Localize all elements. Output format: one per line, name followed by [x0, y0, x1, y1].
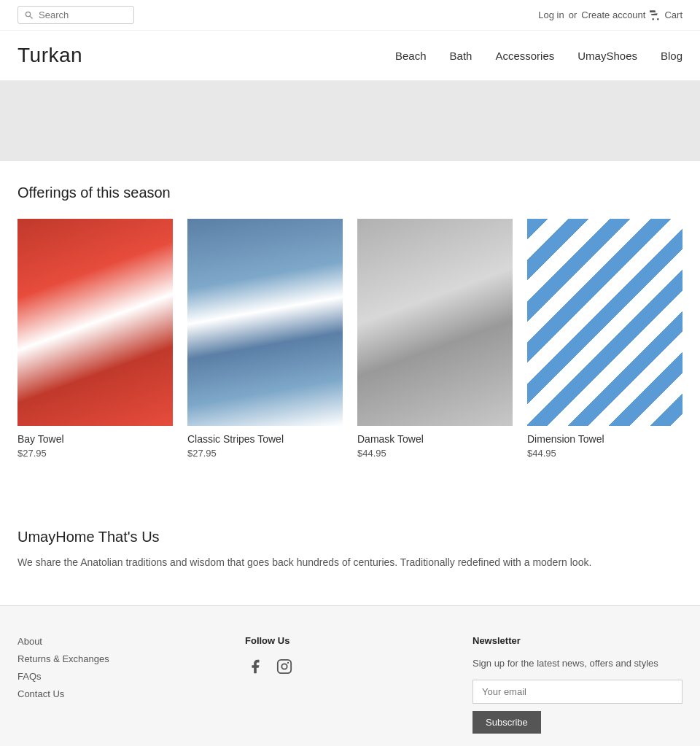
product-price-bay-towel: $27.95 [18, 448, 173, 459]
search-input[interactable] [39, 9, 128, 20]
footer-col-links: About Returns & Exchanges FAQs Contact U… [18, 635, 228, 734]
footer-link-faqs[interactable]: FAQs [18, 671, 42, 682]
product-image-classic-stripes [187, 219, 343, 426]
social-icons [245, 656, 455, 677]
site-nav: Beach Bath Accessories UmayShoes Blog [395, 50, 682, 62]
facebook-icon [247, 658, 263, 675]
nav-accessories[interactable]: Accessories [495, 50, 554, 62]
product-card-classic-stripes[interactable]: Classic Stripes Towel $27.95 [187, 219, 343, 459]
facebook-link[interactable] [245, 656, 265, 677]
nav-umayshoes[interactable]: UmayShoes [578, 50, 637, 62]
top-bar-right: Log in or Create account Cart [538, 9, 682, 21]
product-name-dimension: Dimension Towel [527, 433, 682, 445]
email-input[interactable] [472, 680, 682, 704]
product-grid: Bay Towel $27.95 Classic Stripes Towel $… [18, 219, 682, 459]
create-account-link[interactable]: Create account [581, 9, 645, 20]
svg-point-1 [281, 664, 287, 669]
login-link[interactable]: Log in [538, 9, 564, 20]
cart-link[interactable]: Cart [650, 9, 682, 21]
product-image-damask [357, 219, 513, 426]
svg-point-2 [287, 662, 289, 664]
product-image-dimension [527, 219, 682, 426]
product-name-bay-towel: Bay Towel [18, 433, 173, 445]
follow-us-title: Follow Us [245, 635, 455, 646]
main-content: Offerings of this season Bay Towel $27.9… [0, 161, 700, 517]
cart-icon [650, 9, 661, 21]
site-logo[interactable]: Turkan [18, 44, 82, 67]
product-card-dimension[interactable]: Dimension Towel $44.95 [527, 219, 682, 459]
or-label: or [569, 9, 578, 20]
about-title: UmayHome That's Us [18, 529, 682, 545]
cart-label: Cart [664, 9, 682, 20]
product-card-damask[interactable]: Damask Towel $44.95 [357, 219, 513, 459]
about-section: UmayHome That's Us We share the Anatolia… [0, 517, 700, 605]
footer-col-social: Follow Us [245, 635, 455, 734]
product-image-bay-towel [18, 219, 173, 426]
nav-beach[interactable]: Beach [395, 50, 427, 62]
search-form[interactable] [18, 6, 134, 24]
footer-link-returns[interactable]: Returns & Exchanges [18, 653, 109, 664]
about-text: We share the Anatolian traditions and wi… [18, 554, 682, 570]
footer-links-list: About Returns & Exchanges FAQs Contact U… [18, 635, 228, 699]
product-price-damask: $44.95 [357, 448, 513, 459]
subscribe-button[interactable]: Subscribe [472, 711, 541, 734]
search-icon [24, 10, 34, 20]
product-price-dimension: $44.95 [527, 448, 682, 459]
product-price-classic-stripes: $27.95 [187, 448, 343, 459]
product-name-classic-stripes: Classic Stripes Towel [187, 433, 343, 445]
svg-rect-0 [278, 660, 291, 673]
product-name-damask: Damask Towel [357, 433, 513, 445]
nav-bath[interactable]: Bath [450, 50, 472, 62]
product-card-bay-towel[interactable]: Bay Towel $27.95 [18, 219, 173, 459]
footer-link-contact[interactable]: Contact Us [18, 688, 64, 699]
section-title: Offerings of this season [18, 184, 682, 201]
instagram-icon [276, 658, 292, 675]
top-bar: Log in or Create account Cart [0, 0, 700, 31]
instagram-link[interactable] [274, 656, 295, 677]
footer: About Returns & Exchanges FAQs Contact U… [0, 605, 700, 746]
footer-col-newsletter: Newsletter Sign up for the latest news, … [472, 635, 682, 734]
footer-link-about[interactable]: About [18, 636, 42, 647]
footer-top: About Returns & Exchanges FAQs Contact U… [18, 635, 682, 734]
hero-banner [0, 81, 700, 161]
newsletter-title: Newsletter [472, 635, 682, 646]
newsletter-text: Sign up for the latest news, offers and … [472, 656, 682, 671]
nav-blog[interactable]: Blog [661, 50, 682, 62]
site-header: Turkan Beach Bath Accessories UmayShoes … [0, 31, 700, 81]
